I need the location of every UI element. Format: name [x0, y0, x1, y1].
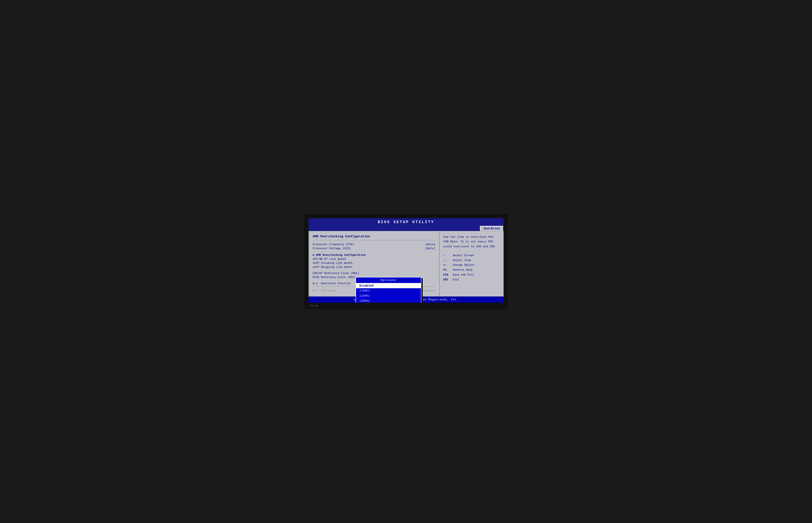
- vid-value: [Auto]: [426, 247, 435, 250]
- tab-overdrive[interactable]: OverDrive: [480, 226, 504, 231]
- menu-item-ncht-in[interactable]: ncHT Incoming Link Width: [313, 261, 435, 265]
- vid-label: Processor Voltage (VID): [313, 247, 351, 250]
- menu-item-ncht-out[interactable]: ncHT Outgoing Link Width: [313, 265, 435, 269]
- bios-screen: BIOS SETUP UTILITY OverDrive AMD Overclo…: [308, 218, 504, 303]
- key-left: ←: [443, 253, 451, 258]
- menu-item-fid[interactable]: Processor Frequency (FID) [Auto]: [313, 242, 435, 247]
- tab-bar: OverDrive: [308, 226, 504, 231]
- options-popup: Options Disabled 210Mhz 220Mhz 230Mhz 24…: [356, 277, 421, 303]
- monitor: HDMI BIOS SETUP UTILITY OverDrive AMD Ov…: [304, 214, 508, 309]
- key-left-desc: Select Screen: [453, 253, 474, 258]
- fid-value: [Auto]: [426, 243, 435, 246]
- monitor-brand: BenQ: [311, 304, 318, 307]
- main-area: AMD Overclocking Configuration Processor…: [308, 231, 504, 296]
- key-help: ← Select Screen ↑↓ Select Item +- Change…: [443, 253, 499, 282]
- option-230mhz[interactable]: 230Mhz: [356, 299, 421, 303]
- ai-func-label: A.I. Overclock Function: [313, 282, 351, 285]
- options-title: Options: [356, 277, 421, 283]
- menu-item-vid[interactable]: Processor Voltage (VID) [Auto]: [313, 247, 435, 251]
- option-disabled[interactable]: Disabled: [356, 283, 421, 288]
- bios-title: BIOS SETUP UTILITY: [308, 218, 504, 226]
- key-plusminus-desc: Change Option: [453, 263, 474, 268]
- key-row-f1: F1 General Help: [443, 268, 499, 272]
- key-esc: ESC: [443, 278, 451, 282]
- ai-oc-label: A.I. Overclock: [313, 289, 336, 292]
- key-row-change: +- Change Option: [443, 263, 499, 268]
- pcie-ref-label: PCIE Reference Clock (MHz): [313, 276, 356, 279]
- key-row-f10: F10 Save and Exit: [443, 272, 499, 277]
- cpu-ref-label: CPU/HT Reference Clock (MHz): [313, 272, 359, 275]
- fid-label: Processor Frequency (FID): [313, 243, 354, 246]
- key-f10-desc: Save and Exit: [453, 273, 474, 277]
- cpu-nb-label: CPU-NB HT Link Speed: [313, 257, 346, 261]
- option-210mhz[interactable]: 210Mhz: [356, 288, 421, 293]
- help-text: Use the item to overclock CPU FSB Note: …: [443, 235, 499, 249]
- option-220mhz[interactable]: 220Mhz: [356, 293, 421, 299]
- key-esc-desc: Exit: [453, 278, 459, 282]
- key-row-item: ↑↓ Select Item: [443, 258, 499, 263]
- menu-item-cpu-nb[interactable]: CPU-NB HT Link Speed: [313, 257, 435, 261]
- key-plusminus: +-: [443, 263, 451, 268]
- key-f10: F10: [443, 273, 451, 277]
- key-updown: ↑↓: [443, 258, 451, 263]
- menu-item-cpu-ref[interactable]: CPU/HT Reference Clock (MHz): [313, 271, 435, 275]
- key-row-screen: ← Select Screen: [443, 253, 499, 258]
- key-row-esc: ESC Exit: [443, 277, 499, 282]
- ncht-in-label: ncHT Incoming Link Width: [313, 262, 353, 265]
- key-f1: F1: [443, 268, 451, 272]
- right-panel: Use the item to overclock CPU FSB Note: …: [440, 231, 503, 296]
- left-panel: AMD Overclocking Configuration Processor…: [309, 231, 440, 296]
- arrow-item[interactable]: ► AMD Overclocking Configuration: [313, 253, 435, 257]
- divider: [313, 240, 435, 240]
- key-f1-desc: General Help: [453, 268, 473, 272]
- key-updown-desc: Select Item: [453, 258, 471, 263]
- section-title: AMD Overclocking Configuration: [313, 235, 435, 238]
- ncht-out-label: ncHT Outgoing Link Width: [313, 266, 353, 269]
